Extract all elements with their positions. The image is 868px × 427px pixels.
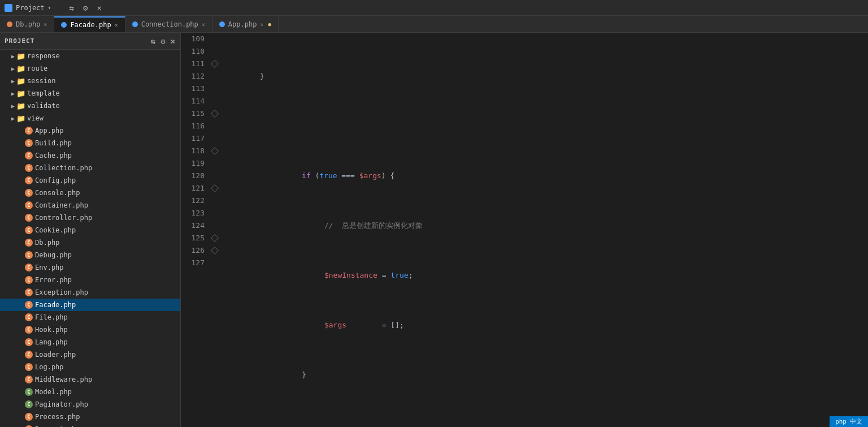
gutter-116: [209, 120, 220, 132]
tab-connection[interactable]: Connection.php ×: [125, 16, 212, 32]
sidebar-item-cookie-php[interactable]: ▶ C Cookie.php: [0, 224, 180, 236]
sidebar-item-loader-php[interactable]: ▶ C Loader.php: [0, 348, 180, 361]
code-115-text: }: [226, 356, 306, 394]
gutter-122: [209, 195, 220, 207]
sidebar-item-db-php[interactable]: ▶ C Db.php: [0, 236, 180, 249]
sidebar-item-session[interactable]: ▶ 📁 session: [0, 75, 180, 87]
sidebar-item-route[interactable]: ▶ 📁 route: [0, 62, 180, 75]
tab-connection-close[interactable]: ×: [202, 21, 205, 28]
code-line-114: $args = [];: [226, 319, 868, 331]
tab-facade-close[interactable]: ×: [115, 22, 118, 28]
sidebar-item-error-php[interactable]: ▶ C Error.php: [0, 274, 180, 286]
sidebar-item-template[interactable]: ▶ 📁 template: [0, 87, 180, 100]
ln-124: 124: [181, 219, 205, 232]
file-icon-model: C: [25, 388, 33, 396]
tab-app-label: App.php: [228, 20, 257, 28]
code-line-112: // 总是创建新的实例化对象: [226, 219, 868, 232]
gutter-diamond-126[interactable]: [211, 247, 219, 255]
sidebar-item-config-php[interactable]: ▶ C Config.php: [0, 174, 180, 187]
sidebar-item-container-php[interactable]: ▶ C Container.php: [0, 199, 180, 212]
gutter-113: [209, 83, 220, 95]
ln-126: 126: [181, 244, 205, 257]
sidebar-item-collection-php[interactable]: ▶ C Collection.php: [0, 162, 180, 174]
sidebar-item-cookie-label: Cookie.php: [35, 226, 76, 234]
project-label: Project: [16, 4, 45, 12]
sidebar-item-model-php[interactable]: ▶ C Model.php: [0, 386, 180, 398]
sidebar-item-paginator-label: Paginator.php: [35, 400, 88, 408]
toolbar-icon-2[interactable]: ⚙: [83, 3, 88, 12]
gutter-diamond-121[interactable]: [211, 184, 219, 192]
code-editor[interactable]: 109 110 111 112 113 114 115 116 117 118 …: [181, 33, 868, 427]
ln-113: 113: [181, 83, 205, 95]
gutter-diamond-111[interactable]: [211, 60, 219, 68]
sidebar-item-app-php[interactable]: ▶ C App.php: [0, 124, 180, 137]
sidebar-item-console-php[interactable]: ▶ C Console.php: [0, 187, 180, 199]
sidebar-item-request-php[interactable]: ▶ C Request.php: [0, 423, 180, 427]
toolbar-icon-3[interactable]: ×: [97, 3, 101, 12]
sidebar-item-facade-php[interactable]: ▶ C Facade.php: [0, 299, 180, 311]
tab-db[interactable]: Db.php ×: [0, 16, 54, 32]
file-icon-app: C: [25, 127, 33, 135]
folder-arrow-validate: ▶: [9, 102, 17, 110]
tab-facade-icon: [61, 22, 67, 28]
file-icon-middleware: C: [25, 376, 33, 383]
file-icon-exception: C: [25, 288, 33, 296]
folder-icon-view: 📁: [17, 114, 25, 122]
sidebar-item-exception-label: Exception.php: [35, 288, 88, 296]
tab-connection-label: Connection.php: [141, 20, 198, 28]
ln-112: 112: [181, 70, 205, 83]
ln-122: 122: [181, 195, 205, 207]
sidebar-item-file-label: File.php: [35, 313, 68, 321]
sidebar-item-build-label: Build.php: [35, 139, 72, 147]
status-bar: php 中文: [830, 416, 868, 427]
gutter-diamond-125[interactable]: [211, 234, 219, 242]
sidebar-item-paginator-php[interactable]: ▶ C Paginator.php: [0, 398, 180, 411]
gutter-120: [209, 170, 220, 182]
sidebar-item-controller-php[interactable]: ▶ C Controller.php: [0, 212, 180, 224]
sidebar-item-log-php[interactable]: ▶ C Log.php: [0, 361, 180, 373]
sidebar-item-template-label: template: [27, 89, 60, 97]
gutter-123: [209, 207, 220, 219]
sidebar-item-config-label: Config.php: [35, 176, 76, 184]
file-icon-file: C: [25, 313, 33, 321]
folder-icon-response: 📁: [17, 52, 25, 60]
tab-app[interactable]: App.php × ●: [212, 16, 279, 32]
gutter-diamond-115[interactable]: [211, 110, 219, 118]
sidebar-item-file-php[interactable]: ▶ C File.php: [0, 311, 180, 324]
ln-117: 117: [181, 132, 205, 145]
sidebar-collapse-icon[interactable]: ⇆: [151, 37, 156, 46]
sidebar-item-process-php[interactable]: ▶ C Process.php: [0, 411, 180, 423]
ln-109: 109: [181, 33, 205, 45]
sidebar-item-view[interactable]: ▶ 📁 view: [0, 112, 180, 124]
sidebar-item-cache-php[interactable]: ▶ C Cache.php: [0, 149, 180, 162]
gutter-110: [209, 45, 220, 58]
tab-app-close[interactable]: ×: [260, 21, 263, 28]
sidebar-item-exception-php[interactable]: ▶ C Exception.php: [0, 286, 180, 299]
sidebar-settings-icon[interactable]: ⚙: [160, 37, 166, 46]
toolbar-icon-1[interactable]: ⇆: [70, 3, 74, 12]
sidebar-item-validate[interactable]: ▶ 📁 validate: [0, 100, 180, 112]
sidebar-item-model-label: Model.php: [35, 388, 72, 396]
project-icon: [5, 4, 12, 12]
title-dropdown-icon[interactable]: ▾: [48, 5, 51, 11]
sidebar-item-lang-php[interactable]: ▶ C Lang.php: [0, 336, 180, 348]
gutter-diamond-118[interactable]: [211, 147, 219, 155]
sidebar-item-hook-php[interactable]: ▶ C Hook.php: [0, 324, 180, 336]
sidebar-item-debug-php[interactable]: ▶ C Debug.php: [0, 249, 180, 261]
gutter-118: [209, 145, 220, 157]
tab-db-close[interactable]: ×: [44, 21, 47, 28]
sidebar-item-build-php[interactable]: ▶ C Build.php: [0, 137, 180, 149]
sidebar-item-response[interactable]: ▶ 📁 response: [0, 50, 180, 62]
sidebar-item-env-php[interactable]: ▶ C Env.php: [0, 261, 180, 274]
code-area: 109 110 111 112 113 114 115 116 117 118 …: [181, 33, 868, 427]
sidebar-title: Project: [5, 37, 34, 45]
file-icon-facade: C: [25, 301, 33, 309]
sidebar-item-collection-label: Collection.php: [35, 164, 92, 172]
tab-app-icon: [219, 21, 225, 27]
sidebar-item-middleware-php[interactable]: ▶ C Middleware.php: [0, 373, 180, 386]
sidebar-item-lang-label: Lang.php: [35, 338, 68, 346]
folder-arrow-template: ▶: [9, 89, 17, 97]
code-lines: } if (true === $args) { // 总是创建新的实例化对象: [220, 33, 868, 427]
sidebar-close-icon[interactable]: ×: [171, 37, 176, 46]
tab-facade[interactable]: Facade.php ×: [54, 16, 125, 32]
